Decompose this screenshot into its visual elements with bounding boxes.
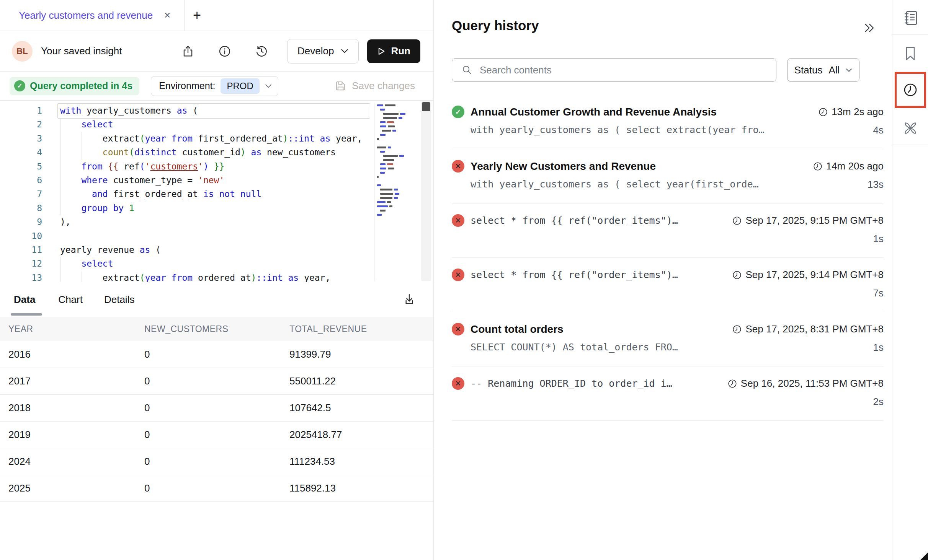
environment-selector[interactable]: Environment: PROD [151,76,278,96]
app-window: Yearly customers and revenue × + BL Your… [0,0,928,560]
history-item-timestamp: 14m 20s ago [813,160,884,172]
environment-label: Environment: [159,80,215,91]
active-tab-underline [11,313,42,316]
results-table: YEAR NEW_CUSTOMERS TOTAL_REVENUE 2016091… [0,317,433,502]
table-cell: 2025418.77 [289,429,433,441]
column-header-year: YEAR [0,324,144,334]
history-item-title: select * from {{ ref("order_items")… [471,215,732,226]
column-header-new-customers: NEW_CUSTOMERS [144,324,289,334]
table-cell: 91399.79 [289,348,433,360]
search-input[interactable] [479,64,776,77]
tab-close-icon[interactable]: × [164,10,170,21]
history-item-snippet: SELECT COUNT(*) AS total_orders FRO… [471,342,678,354]
resize-handle[interactable] [920,552,928,560]
code-line: yearly_revenue as ( [60,243,370,257]
history-item[interactable]: ✕Count total ordersSep 17, 2025, 8:31 PM… [452,312,884,366]
info-icon[interactable] [217,44,232,59]
error-x-icon: ✕ [452,377,464,390]
tab-title: Yearly customers and revenue [19,10,153,21]
code-line [60,229,370,243]
code-line: group by 1 [60,201,370,215]
table-cell: 2016 [0,348,144,360]
error-x-icon: ✕ [452,323,464,335]
line-number: 6 [0,173,42,187]
line-number: 4 [0,145,42,159]
share-icon[interactable] [181,44,195,59]
table-cell: 2019 [0,429,144,441]
history-item[interactable]: ✓Annual Customer Growth and Revenue Anal… [452,95,884,149]
new-tab-button[interactable]: + [193,8,201,22]
rail-divider [892,34,928,35]
history-item-timestamp: Sep 16, 2025, 11:53 PM GMT+8 [727,378,884,389]
lineage-compass-icon[interactable] [892,119,928,137]
line-number: 1 [0,104,42,117]
error-x-icon: ✕ [452,214,464,227]
notebook-icon[interactable] [892,9,928,27]
query-history-icon-active[interactable] [895,72,926,108]
search-box[interactable] [452,58,776,82]
scrollbar-thumb[interactable] [422,102,430,111]
line-number: 10 [0,229,42,243]
line-number: 8 [0,201,42,215]
indent-guide [82,132,82,160]
table-row[interactable]: 2016091399.79 [0,341,433,368]
chevron-down-icon [846,68,852,72]
download-icon [402,292,417,307]
environment-value-pill: PROD [221,78,259,94]
table-row[interactable]: 20240111234.53 [0,448,433,475]
history-item[interactable]: ✕Yearly New Customers and Revenue14m 20s… [452,149,884,203]
collapse-panel-icon[interactable] [862,22,876,34]
results-tab-bar: Data Chart Details [0,282,433,317]
table-row[interactable]: 20180107642.5 [0,395,433,422]
history-item[interactable]: ✕select * from {{ ref("order_items")…Sep… [452,258,884,312]
history-item-timestamp: 13m 2s ago [818,106,884,118]
line-number: 5 [0,160,42,173]
download-results-button[interactable] [402,292,417,307]
save-changes-button[interactable]: Save changes [335,80,415,92]
table-cell: 0 [144,402,289,414]
run-label: Run [391,45,410,57]
code-minimap[interactable] [374,103,413,281]
document-header: BL Your saved insight [0,31,433,72]
table-cell: 2025 [0,482,144,494]
history-item-timestamp: Sep 17, 2025, 9:14 PM GMT+8 [732,269,884,281]
table-row[interactable]: 201902025418.77 [0,422,433,448]
code-line: count(distinct customer_id) as new_custo… [60,145,370,159]
table-cell: 2018 [0,402,144,414]
table-row[interactable]: 20250115892.13 [0,475,433,502]
table-cell: 2017 [0,375,144,387]
tab-chart[interactable]: Chart [58,294,83,306]
develop-label: Develop [297,45,334,57]
column-header-total-revenue: TOTAL_REVENUE [289,324,433,334]
check-icon: ✓ [14,80,25,91]
history-item-timestamp: Sep 17, 2025, 8:31 PM GMT+8 [732,323,884,335]
sql-code-editor[interactable]: 12345678910111213 with yearly_customers … [0,101,433,282]
header-actions [181,44,269,59]
table-cell: 0 [144,348,289,360]
code-line: and first_ordered_at is not null [60,187,370,201]
indent-guide [60,257,61,282]
history-item[interactable]: ✕-- Renaming ORDER_ID to order_id i…Sep … [452,366,884,421]
status-bar: ✓ Query completed in 4s Environment: PRO… [0,72,433,101]
develop-dropdown-button[interactable]: Develop [287,39,359,63]
history-item[interactable]: ✕select * from {{ ref("order_items")…Sep… [452,203,884,258]
tab-details[interactable]: Details [104,294,134,306]
table-cell: 111234.53 [289,456,433,467]
table-body: 2016091399.7920170550011.2220180107642.5… [0,341,433,502]
history-item-snippet: with yearly_customers as ( select year(f… [471,179,759,191]
code-line: select [60,257,370,270]
editor-scrollbar[interactable] [421,101,431,281]
editor-panel: Yearly customers and revenue × + BL Your… [0,0,434,560]
run-button[interactable]: Run [367,39,420,63]
history-item-timestamp: Sep 17, 2025, 9:15 PM GMT+8 [732,215,884,226]
tab-data[interactable]: Data [14,294,35,306]
tab-yearly-customers-and-revenue[interactable]: Yearly customers and revenue × [0,0,185,31]
tab-bar: Yearly customers and revenue × + [0,0,433,31]
code-line: select [60,117,370,131]
version-history-icon[interactable] [254,44,269,59]
save-changes-label: Save changes [352,80,415,92]
table-row[interactable]: 20170550011.22 [0,368,433,395]
panel-title: Query history [452,18,539,33]
status-filter-dropdown[interactable]: Status All [787,58,859,82]
bookmark-icon[interactable] [892,45,928,62]
